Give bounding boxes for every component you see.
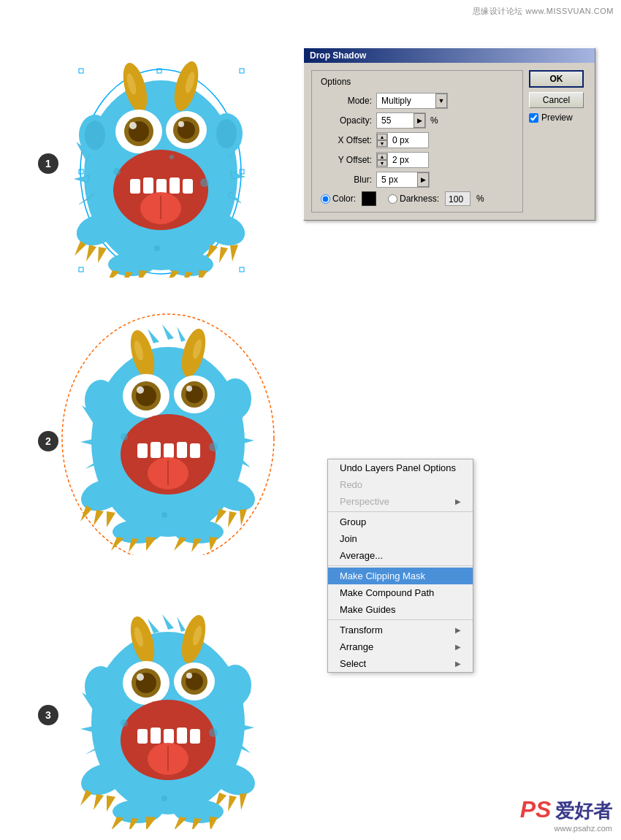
svg-rect-6 [79,169,83,174]
select-arrow: ▶ [455,660,461,668]
color-label: Color: [332,194,356,204]
x-offset-down[interactable]: ▼ [377,140,387,147]
svg-rect-89 [190,443,200,458]
darkness-label: Darkness: [400,194,439,204]
svg-marker-120 [177,616,186,632]
svg-marker-46 [230,245,238,261]
svg-point-74 [85,380,117,421]
x-offset-value[interactable]: 0 px [388,133,428,148]
svg-rect-86 [151,442,161,458]
svg-rect-139 [177,728,187,744]
monster-1 [44,29,278,278]
preview-label: Preview [541,112,573,123]
svg-point-55 [113,168,121,175]
svg-point-159 [121,719,128,727]
monster-2 [51,292,285,555]
svg-marker-54 [199,270,207,278]
svg-rect-3 [79,267,83,272]
separator-2 [328,565,473,566]
svg-marker-99 [240,509,247,526]
menu-item-select[interactable]: Select ▶ [328,655,473,672]
svg-marker-42 [98,247,107,263]
options-label: Options [321,77,514,87]
svg-marker-69 [177,327,186,342]
svg-marker-68 [162,324,174,340]
svg-rect-4 [240,267,244,272]
svg-rect-1 [79,69,83,73]
svg-marker-101 [111,537,124,551]
menu-item-join[interactable]: Join [328,530,473,547]
blur-arrow[interactable]: ▶ [417,172,429,187]
site-url: www.psahz.com [520,824,612,833]
svg-marker-48 [107,270,120,278]
menu-item-group[interactable]: Group [328,513,473,530]
svg-marker-119 [162,614,174,630]
svg-point-108 [121,433,128,440]
menu-item-make-clipping-mask[interactable]: Make Clipping Mask [328,568,473,584]
color-swatch[interactable] [362,191,376,206]
arrange-arrow: ▶ [455,643,461,651]
ok-button[interactable]: OK [529,70,584,88]
menu-item-transform[interactable]: Transform ▶ [328,622,473,638]
svg-marker-95 [107,511,115,527]
x-offset-up[interactable]: ▲ [377,134,387,140]
svg-rect-33 [143,177,153,194]
svg-rect-138 [164,729,174,744]
menu-item-average[interactable]: Average... [328,547,473,564]
svg-rect-137 [151,728,161,744]
cancel-button[interactable]: Cancel [529,92,584,108]
y-offset-value[interactable]: 2 px [388,153,428,167]
menu-item-arrange[interactable]: Arrange ▶ [328,638,473,655]
svg-marker-10 [75,175,89,183]
svg-point-58 [169,155,174,159]
y-offset-label: Y Offset: [321,155,372,165]
svg-marker-156 [174,817,187,829]
context-menu: Undo Layers Panel Options Redo Perspecti… [327,459,473,673]
step-1-section: 1 [22,22,292,285]
mode-value[interactable]: Multiply [377,93,435,108]
y-offset-down[interactable]: ▼ [377,160,387,167]
svg-point-110 [161,512,167,518]
svg-point-20 [85,121,105,150]
opacity-value[interactable]: 55 [377,113,414,128]
menu-item-make-compound-path[interactable]: Make Compound Path [328,584,473,601]
color-radio[interactable] [321,194,330,204]
svg-rect-2 [240,69,244,73]
mode-dropdown-arrow[interactable]: ▼ [435,93,447,108]
svg-point-75 [219,378,251,419]
mode-label: Mode: [321,96,372,106]
svg-point-125 [85,666,117,707]
svg-point-79 [137,386,144,394]
svg-marker-62 [80,438,96,446]
svg-point-56 [200,178,209,187]
y-offset-up[interactable]: ▲ [377,153,387,160]
svg-point-160 [209,728,218,737]
separator-1 [328,511,473,512]
svg-marker-150 [240,793,247,810]
preview-checkbox[interactable] [529,113,538,123]
dialog-title: Drop Shadow [310,50,366,61]
blur-value[interactable]: 5 px [377,172,417,187]
darkness-radio[interactable] [388,194,397,204]
svg-point-83 [186,386,192,392]
svg-point-26 [129,122,137,129]
svg-rect-136 [137,729,148,744]
svg-point-22 [216,119,237,148]
svg-rect-140 [190,729,200,744]
svg-rect-85 [137,443,148,458]
opacity-suffix: % [430,115,438,126]
svg-marker-98 [228,511,237,527]
step-3-section: 3 [22,577,307,825]
menu-item-undo[interactable]: Undo Layers Panel Options [328,459,473,476]
svg-marker-149 [228,795,237,812]
svg-point-30 [178,121,184,127]
svg-rect-88 [177,442,187,458]
svg-marker-116 [239,724,254,731]
drop-shadow-dialog: Drop Shadow Options Mode: Multiply ▼ [303,47,595,221]
opacity-arrow[interactable]: ▶ [414,113,425,128]
opacity-label: Opacity: [321,115,372,126]
step-2-section: 2 [22,289,307,566]
darkness-value[interactable]: 100 [445,191,470,206]
menu-item-make-guides[interactable]: Make Guides [328,601,473,618]
svg-marker-94 [94,510,104,526]
